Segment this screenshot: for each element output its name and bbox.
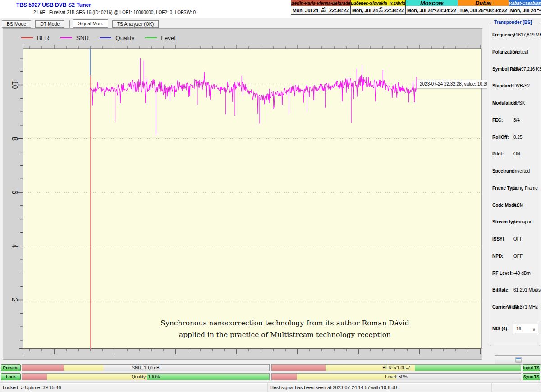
field-row: BitRate:61,291 Mbit/s bbox=[490, 287, 541, 294]
status-bar: Locked -> Uptime: 39:15:46 Best signal h… bbox=[0, 382, 541, 392]
field-row: Polarization:Vertical bbox=[490, 50, 541, 56]
field-row: NPD:OFF bbox=[490, 254, 541, 260]
annotation-line-2: applied in the practice of Multistream t… bbox=[71, 329, 499, 341]
field-label: Frequency: bbox=[492, 32, 517, 37]
meter-row: LockQuality: 100%Level: 50%Sync TS bbox=[0, 373, 541, 380]
clock-dst-flag: DST bbox=[379, 10, 384, 13]
meter-bar-label: Quality: 100% bbox=[22, 374, 269, 380]
sync-ts-button[interactable]: Sync TS bbox=[523, 373, 540, 380]
transponder-subtitle: 21.6E - Eutelsat 21B SES 16 (ID: 0216) @… bbox=[33, 10, 196, 15]
world-clocks: Berlin-Paris-Vienna-BelgradeMon, Jul 24+… bbox=[291, 0, 541, 15]
meter-bar-label: Level: 50% bbox=[272, 374, 521, 380]
tuner-app-window: TBS 5927 USB DVB-S2 Tuner 21.6E - Eutels… bbox=[0, 0, 541, 392]
field-row: Code Mode:ACM bbox=[490, 203, 541, 209]
clock-time-row: Mon, Jul 24+1DST22:34:22 bbox=[351, 6, 405, 14]
field-row: RollOff:0.25 bbox=[490, 135, 541, 141]
lock-button[interactable]: Lock bbox=[1, 373, 21, 380]
clock-city-label: Rabat-Casablanca-London bbox=[509, 0, 541, 6]
status-spacer bbox=[491, 383, 541, 392]
status-best-signal: Best signal has been seen at 2023-07-24 … bbox=[268, 383, 491, 392]
clock-utc-offset: +1DST bbox=[321, 7, 326, 13]
mis-selected-value: 16 bbox=[516, 326, 521, 331]
clock-date: Mon, Jul 24 bbox=[352, 8, 378, 13]
mode-tabs: BS ModeDT ModeSignal Mon.TS Analyzer (OK… bbox=[2, 19, 163, 28]
tab-dt-mode[interactable]: DT Mode bbox=[35, 20, 64, 28]
field-value: Transport bbox=[513, 219, 532, 224]
field-row: Standard:DVB-S2 bbox=[490, 83, 541, 90]
mis-row: MIS (4): 16 ∨ bbox=[490, 324, 541, 334]
meter-bar-label: SNR: 10,0 dB bbox=[22, 365, 269, 371]
meter-bar: SNR: 10,0 dB bbox=[22, 364, 270, 371]
present-button[interactable]: Present bbox=[1, 364, 21, 371]
field-value: 0.25 bbox=[513, 135, 522, 140]
clock-utc-offset: +1DST bbox=[379, 7, 384, 13]
status-lock-uptime: Locked -> Uptime: 39:15:46 bbox=[0, 383, 268, 392]
meter-bar-label: BER: <1.0E-7 bbox=[272, 365, 521, 371]
field-value: 27497,216 KS/s bbox=[513, 67, 541, 72]
clock-3: MoscowMon, Jul 24+323:34:22 bbox=[405, 0, 458, 14]
meter-row: PresentSNR: 10,0 dBBER: <1.0E-7Input TS bbox=[0, 364, 541, 371]
field-value: -49 dBm bbox=[513, 271, 531, 276]
y-tick-label: 2 bbox=[11, 298, 18, 302]
mis-select[interactable]: 16 ∨ bbox=[513, 324, 538, 333]
field-row: Pilot:ON bbox=[490, 151, 541, 158]
meter-bar: BER: <1.0E-7 bbox=[271, 364, 521, 371]
field-value: 61,291 Mbit/s bbox=[513, 287, 541, 292]
clock-5: Rabat-Casablanca-LondonMon, Jul 24+121:3… bbox=[509, 0, 541, 14]
header-bar: TBS 5927 USB DVB-S2 Tuner 21.6E - Eutels… bbox=[0, 0, 541, 18]
clock-offset-value: +4 bbox=[484, 8, 487, 11]
tab-bs-mode[interactable]: BS Mode bbox=[2, 20, 31, 28]
field-row: Modulation:8PSK bbox=[490, 100, 541, 107]
field-value: 3/4 bbox=[513, 118, 520, 123]
clock-offset-value: +1 bbox=[537, 8, 541, 11]
field-value: 8PSK bbox=[513, 100, 525, 105]
clock-time-row: Tue, Jul 25+400:34:22 bbox=[458, 6, 509, 14]
signal-chart[interactable]: 246810 bbox=[3, 29, 482, 359]
clock-1: Berlin-Paris-Vienna-BelgradeMon, Jul 24+… bbox=[291, 0, 350, 14]
field-value: Inverted bbox=[513, 169, 530, 173]
field-row: FEC:3/4 bbox=[490, 118, 541, 124]
stream-list-icon bbox=[515, 357, 522, 363]
clock-time-row: Mon, Jul 24+121:34:22 bbox=[509, 6, 541, 14]
tab-separator bbox=[69, 20, 70, 28]
clock-date: Mon, Jul 24 bbox=[407, 8, 433, 13]
clock-2: Lučenec-Slovakia_R.DávidMon, Jul 24+1DST… bbox=[350, 0, 405, 14]
chevron-down-icon: ∨ bbox=[532, 325, 536, 334]
field-row: Frequency:11617,819 MHz bbox=[490, 32, 541, 39]
field-value: Vertical bbox=[513, 50, 528, 55]
annotation-line-1: Synchronous nanocorrection technology fr… bbox=[71, 317, 499, 329]
y-tick-label: 6 bbox=[11, 191, 18, 195]
clock-city-label: Dubai bbox=[458, 0, 509, 6]
field-row: Spectrum:Inverted bbox=[490, 169, 541, 175]
clock-date: Tue, Jul 25 bbox=[459, 8, 484, 13]
field-value: 34,371 MHz bbox=[513, 305, 538, 310]
clock-city-label: Moscow bbox=[406, 0, 458, 6]
transponder-groupbox-title: Transponder [BS] bbox=[493, 20, 533, 25]
input-ts-button[interactable]: Input TS bbox=[523, 364, 540, 371]
field-label: Standard: bbox=[492, 83, 513, 88]
field-row: Frame Type:Long Frame bbox=[490, 186, 541, 192]
clock-4: DubaiTue, Jul 25+400:34:22 bbox=[458, 0, 509, 14]
field-label: Pilot: bbox=[492, 151, 504, 156]
field-row: CarrierWidth:34,371 MHz bbox=[490, 305, 541, 311]
field-row: RF Level:-49 dBm bbox=[490, 271, 541, 277]
field-label: RF Level: bbox=[492, 271, 513, 276]
ts-list-button[interactable] bbox=[495, 355, 541, 365]
field-label: RollOff: bbox=[492, 135, 509, 140]
field-value: OFF bbox=[513, 254, 523, 259]
field-value: 11617,819 MHz bbox=[513, 32, 541, 37]
clock-city-label: Berlin-Paris-Vienna-Belgrade bbox=[291, 0, 350, 6]
meter-bar: Quality: 100% bbox=[22, 373, 270, 380]
field-label: ISSYI bbox=[492, 237, 504, 242]
mis-label: MIS (4): bbox=[492, 326, 509, 331]
transponder-groupbox: Transponder [BS] Frequency:11617,819 MHz… bbox=[490, 23, 540, 346]
clock-date: Mon, Jul 24 bbox=[510, 8, 536, 13]
y-tick-label: 8 bbox=[11, 137, 18, 141]
clock-utc-offset: +4 bbox=[484, 8, 487, 11]
signal-chart-panel: BERSNRQualityLevel 246810 2023-07-24 22.… bbox=[3, 28, 482, 360]
tab-ts-analyzer-ok-[interactable]: TS Analyzer (OK) bbox=[112, 20, 159, 28]
clock-city-label: Lučenec-Slovakia_R.Dávid bbox=[351, 0, 405, 6]
field-row: ISSYIOFF bbox=[490, 237, 541, 243]
meter-bar: Level: 50% bbox=[271, 373, 521, 380]
tab-signal-mon-[interactable]: Signal Mon. bbox=[73, 19, 108, 28]
